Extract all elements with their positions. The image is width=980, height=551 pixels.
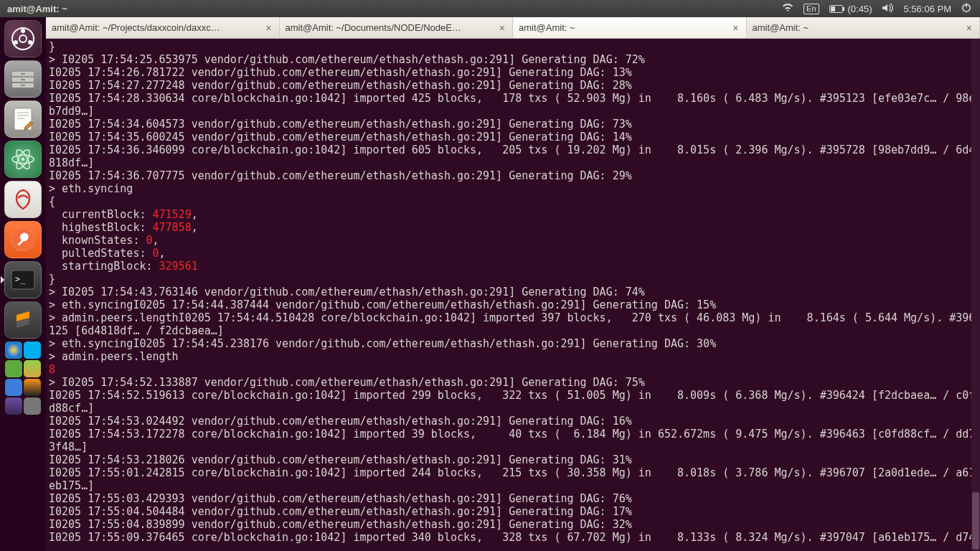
terminal-scrollbar[interactable]	[971, 39, 980, 551]
term-line: I0205 17:54:28.330634 core/blockchain.go…	[49, 92, 975, 105]
term-line: d88cf…]	[49, 402, 94, 415]
term-line: I0205 17:54:26.781722 vendor/github.com/…	[49, 66, 632, 79]
term-line: I0205 17:54:34.604573 vendor/github.com/…	[49, 118, 632, 131]
term-line: I0205 17:55:09.376465 core/blockchain.go…	[49, 531, 975, 544]
tab-close-icon[interactable]: ×	[731, 22, 740, 34]
term-line: }	[49, 273, 55, 286]
launcher-sublime[interactable]	[4, 301, 42, 339]
launcher-dash[interactable]	[4, 20, 42, 57]
launcher-extra-apps	[4, 342, 42, 415]
tab-close-icon[interactable]: ×	[965, 22, 974, 34]
sync-known-states: 0	[146, 234, 152, 247]
launcher-app-purple[interactable]	[5, 397, 22, 415]
term-line: > eth.syncingI0205 17:54:44.387444 vendo…	[49, 298, 716, 311]
launcher-document-viewer[interactable]	[4, 181, 42, 218]
terminal-tabs: amit@Amit: ~/Projects/daxxcoin/daxxc… × …	[46, 17, 980, 39]
tab-label: amit@Amit: ~/Projects/daxxcoin/daxxc…	[52, 22, 260, 33]
launcher-app-grey[interactable]	[24, 397, 41, 415]
term-line: startingBlock: 329561	[49, 260, 198, 273]
svg-point-8	[14, 40, 18, 44]
window-title: amit@Amit: ~	[4, 4, 67, 14]
term-line: I0205 17:54:52.519613 core/blockchain.go…	[49, 389, 975, 402]
term-line: I0205 17:54:53.218026 vendor/github.com/…	[49, 453, 632, 466]
launcher-app-notes[interactable]	[24, 360, 41, 377]
term-line: I0205 17:54:35.600245 vendor/github.com/…	[49, 131, 632, 143]
term-line: 818df…]	[49, 156, 94, 169]
term-line: I0205 17:54:36.707775 vendor/github.com/…	[49, 169, 632, 182]
battery-indicator[interactable]: (0:45)	[829, 4, 872, 14]
term-line: I0205 17:54:53.172278 core/blockchain.go…	[49, 428, 980, 441]
launcher-app-green[interactable]	[5, 360, 22, 377]
indicator-area: En (0:45) 5:56:06 PM	[782, 3, 976, 15]
svg-rect-15	[21, 85, 25, 86]
top-panel: amit@Amit: ~ En (0:45) 5:56:06 PM	[0, 0, 980, 17]
term-line: > admin.peers.length	[49, 350, 179, 363]
launcher-skype[interactable]	[24, 342, 41, 359]
svg-point-23	[22, 158, 24, 161]
terminal-output[interactable]: } > I0205 17:54:25.653975 vendor/github.…	[46, 39, 980, 551]
term-line: I0205 17:55:04.504484 vendor/github.com/…	[49, 505, 632, 518]
term-line: I0205 17:54:53.024492 vendor/github.com/…	[49, 415, 632, 428]
battery-time: (0:45)	[848, 4, 872, 14]
term-line: currentBlock: 471529,	[49, 208, 198, 221]
volume-icon[interactable]	[882, 3, 894, 15]
svg-point-9	[19, 35, 27, 42]
terminal-tab[interactable]: amit@Amit: ~/Documents/NODE/NodeE… ×	[280, 17, 514, 38]
wifi-icon[interactable]	[782, 4, 793, 14]
term-line: eb175…]	[49, 479, 94, 492]
term-line: > I0205 17:54:43.763146 vendor/github.co…	[49, 286, 645, 298]
launcher-chrome[interactable]	[5, 342, 22, 359]
svg-rect-13	[21, 73, 25, 75]
term-line: I0205 17:55:01.242815 core/blockchain.go…	[49, 466, 975, 479]
sync-pulled-states: 0	[153, 247, 159, 260]
term-line: pulledStates: 0,	[49, 247, 166, 260]
term-line: > eth.syncing	[49, 182, 133, 195]
term-line: > eth.syncingI0205 17:54:45.238176 vendo…	[49, 337, 716, 350]
terminal-window: amit@Amit: ~/Projects/daxxcoin/daxxc… × …	[46, 17, 980, 551]
term-line: I0205 17:54:27.277248 vendor/github.com/…	[49, 79, 632, 92]
launcher-app-blue[interactable]	[5, 379, 22, 396]
svg-rect-1	[843, 7, 844, 11]
sync-highest-block: 477858	[153, 221, 192, 234]
terminal-tab[interactable]: amit@Amit: ~/Projects/daxxcoin/daxxc… ×	[46, 17, 280, 38]
term-line: 3f48…]	[49, 441, 88, 453]
term-line: I0205 17:55:03.429393 vendor/github.com/…	[49, 492, 632, 505]
term-line: }	[49, 40, 55, 53]
peers-length-result: 8	[49, 363, 55, 376]
term-line: knownStates: 0,	[49, 234, 159, 247]
sync-current-block: 471529	[153, 208, 192, 221]
term-line: I0205 17:54:36.346099 core/blockchain.go…	[49, 143, 975, 156]
term-line: > I0205 17:54:52.133887 vendor/github.co…	[49, 376, 645, 389]
session-icon[interactable]	[961, 3, 971, 15]
launcher-bitcoin[interactable]	[24, 379, 41, 396]
launcher-terminal[interactable]: >_	[4, 261, 42, 298]
sync-starting-block: 329561	[159, 260, 198, 273]
svg-point-7	[28, 40, 32, 44]
svg-text:>_: >_	[15, 274, 26, 284]
term-line: I0205 17:55:04.839899 vendor/github.com/…	[49, 518, 632, 531]
launcher-text-editor[interactable]	[4, 100, 42, 138]
clock[interactable]: 5:56:06 PM	[904, 4, 952, 14]
term-line: 125 [6d4818df… / f2dcbaea…]	[49, 324, 224, 337]
term-line: highestBlock: 477858,	[49, 221, 198, 234]
tab-label: amit@Amit: ~/Documents/NODE/NodeE…	[286, 22, 494, 33]
terminal-tab[interactable]: amit@Amit: ~ ×	[513, 17, 747, 38]
tab-label: amit@Amit: ~	[519, 22, 727, 33]
svg-point-6	[21, 29, 25, 33]
tab-label: amit@Amit: ~	[753, 22, 961, 33]
term-line: > I0205 17:54:25.653975 vendor/github.co…	[49, 53, 645, 66]
svg-rect-14	[21, 79, 25, 80]
launcher-atom[interactable]	[4, 141, 42, 178]
term-line: {	[49, 195, 55, 208]
launcher-files[interactable]	[4, 60, 42, 98]
term-line: b7dd9…]	[49, 105, 94, 118]
launcher-postman[interactable]	[4, 221, 42, 258]
scrollbar-thumb[interactable]	[972, 492, 979, 550]
svg-rect-2	[831, 6, 835, 11]
tab-close-icon[interactable]: ×	[498, 22, 507, 34]
unity-launcher: >_	[0, 17, 46, 551]
keyboard-indicator[interactable]: En	[804, 4, 819, 14]
terminal-tab[interactable]: amit@Amit: ~ ×	[747, 17, 981, 38]
term-line: > admin.peers.lengthI0205 17:54:44.51042…	[49, 311, 975, 324]
tab-close-icon[interactable]: ×	[264, 22, 273, 34]
